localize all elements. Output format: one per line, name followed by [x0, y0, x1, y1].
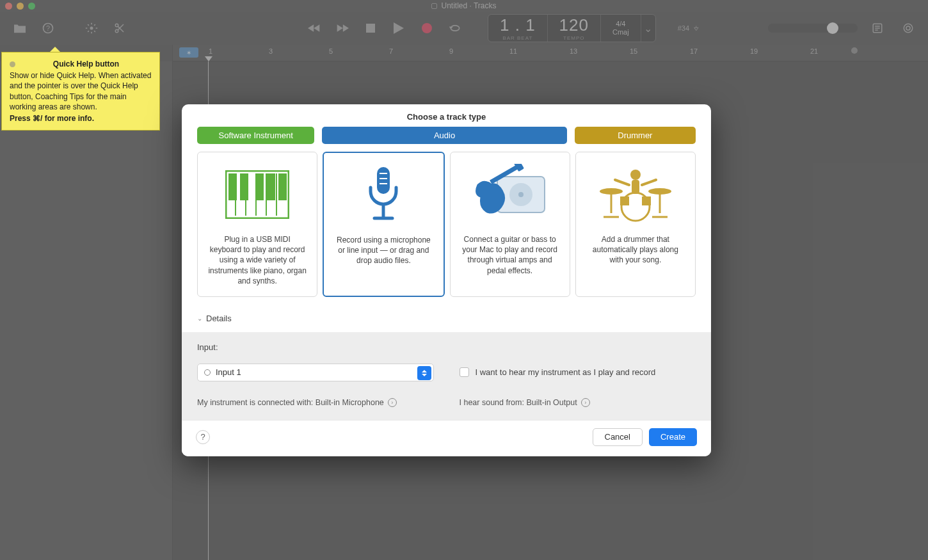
piano-keys-icon	[225, 164, 289, 225]
svg-rect-5	[366, 24, 375, 33]
details-toggle[interactable]: ⌄ Details	[182, 310, 711, 332]
svg-point-8	[904, 24, 913, 33]
ruler-number: 9	[449, 47, 453, 55]
project-end-marker[interactable]	[851, 47, 858, 54]
card-audio-mic[interactable]: Record using a microphone or line input …	[323, 152, 444, 297]
library-button[interactable]	[9, 17, 31, 39]
input-select[interactable]: Input 1	[197, 364, 434, 381]
ruler-number: 15	[630, 47, 637, 55]
svg-line-35	[642, 180, 656, 185]
card-description: Plug in a USB MIDI keyboard to play and …	[204, 234, 310, 286]
ruler-number: 13	[570, 47, 577, 55]
output-info: I hear sound from: Built-in Output	[460, 398, 577, 407]
ruler-number: 7	[389, 47, 393, 55]
svg-line-34	[615, 180, 629, 185]
svg-point-6	[422, 23, 432, 33]
ruler-number: 5	[329, 47, 333, 55]
dialog-title: Choose a track type	[182, 104, 711, 127]
loops-button[interactable]	[897, 17, 919, 39]
input-label: Input:	[197, 342, 434, 352]
input-value: Input 1	[216, 367, 241, 377]
playhead-icon[interactable]	[205, 56, 212, 61]
microphone-icon	[363, 164, 404, 226]
window-title: Untitled · Tracks	[0, 1, 928, 10]
connection-info: My instrument is connected with: Built-i…	[197, 398, 384, 407]
create-button[interactable]: Create	[649, 428, 697, 446]
input-channel-icon	[204, 369, 211, 376]
svg-point-9	[906, 26, 910, 30]
dropdown-stepper-icon[interactable]	[417, 366, 431, 380]
new-track-dialog: Choose a track type Software Instrument …	[182, 104, 711, 456]
svg-point-4	[115, 29, 118, 33]
guitar-amp-icon	[473, 164, 547, 225]
svg-rect-41	[620, 196, 629, 205]
main-toolbar: ? 1 . 1BAR BEAT 120TEMPO 4/4Cmaj ⌄ #34	[0, 12, 928, 45]
svg-rect-15	[278, 173, 287, 200]
rewind-button[interactable]	[303, 17, 325, 39]
forward-button[interactable]	[332, 17, 353, 39]
chevron-down-icon[interactable]: ⌄	[641, 15, 655, 42]
card-drummer[interactable]: Add a drummer that automatically plays a…	[575, 152, 696, 297]
svg-text:?: ?	[46, 24, 50, 32]
tab-software-instrument[interactable]: Software Instrument	[197, 127, 314, 144]
svg-point-29	[518, 192, 524, 197]
tooltip-shortcut: Press ⌘/ for more info.	[10, 113, 152, 124]
settings-button[interactable]	[81, 17, 102, 39]
card-description: Add a drummer that automatically plays a…	[582, 234, 689, 266]
svg-point-2	[90, 27, 93, 30]
svg-point-3	[115, 24, 118, 27]
details-label: Details	[206, 314, 232, 323]
play-button[interactable]	[388, 17, 410, 39]
quick-help-button[interactable]: ?	[37, 17, 59, 39]
stop-button[interactable]	[360, 17, 381, 39]
titlebar: Untitled · Tracks	[0, 0, 928, 12]
card-audio-guitar[interactable]: Connect a guitar or bass to your Mac to …	[450, 152, 570, 297]
svg-rect-14	[267, 173, 275, 200]
record-button[interactable]	[416, 17, 438, 39]
track-type-tabs: Software Instrument Audio Drummer	[182, 127, 711, 144]
transport-controls	[303, 17, 466, 39]
ruler-number: 19	[750, 47, 758, 55]
tuner-button[interactable]: #34	[678, 17, 700, 39]
ruler-number: 1	[209, 47, 212, 55]
ruler-number: 11	[509, 47, 517, 55]
tooltip-body: Show or hide Quick Help. When activated …	[10, 70, 152, 112]
svg-rect-21	[377, 167, 390, 194]
cycle-button[interactable]	[444, 17, 466, 39]
chevron-down-icon: ⌄	[197, 315, 202, 322]
tooltip-indicator-icon	[10, 61, 15, 67]
card-software-instrument[interactable]: Plug in a USB MIDI keyboard to play and …	[197, 152, 317, 297]
ruler-number: 3	[269, 47, 273, 55]
svg-rect-12	[240, 173, 248, 200]
scissors-icon[interactable]	[109, 17, 131, 39]
card-description: Record using a microphone or line input …	[330, 235, 436, 266]
quick-help-tooltip: Quick Help button Show or hide Quick Hel…	[1, 52, 160, 131]
svg-point-32	[630, 170, 641, 180]
monitor-label: I want to hear my instrument as I play a…	[476, 367, 656, 377]
help-button[interactable]: ?	[196, 430, 210, 444]
notes-button[interactable]	[867, 17, 888, 39]
drummer-icon	[597, 164, 674, 225]
arrow-right-icon[interactable]: ›	[388, 398, 397, 407]
monitor-checkbox[interactable]	[460, 367, 469, 377]
arrow-right-icon[interactable]: ›	[581, 398, 590, 407]
dialog-footer: ? Cancel Create	[182, 420, 711, 456]
master-volume-slider[interactable]	[768, 24, 858, 33]
ruler-number: 17	[690, 47, 698, 55]
svg-rect-42	[642, 196, 651, 205]
lcd-display[interactable]: 1 . 1BAR BEAT 120TEMPO 4/4Cmaj ⌄	[488, 14, 656, 42]
tab-drummer[interactable]: Drummer	[575, 127, 696, 144]
timeline-ruler[interactable]: ✶ 1 3 5 7 9 11 13 15 17 19 21	[173, 45, 928, 61]
ruler-number: 21	[810, 47, 818, 55]
details-pane: Input: Input 1 I want to hear my instrum…	[182, 332, 711, 420]
cycle-region[interactable]: ✶	[179, 47, 198, 58]
cancel-button[interactable]: Cancel	[593, 428, 643, 446]
card-description: Connect a guitar or bass to your Mac to …	[457, 234, 563, 276]
tab-audio[interactable]: Audio	[322, 127, 566, 144]
tooltip-title: Quick Help button	[20, 59, 152, 69]
